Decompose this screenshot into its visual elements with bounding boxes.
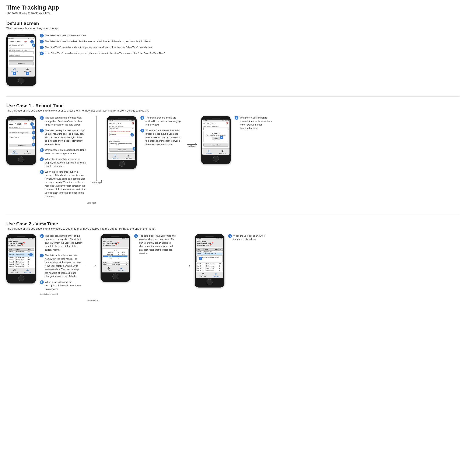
calendar-icon[interactable]: 📅	[226, 122, 228, 125]
uc1-annotations-left: 1 The user can change the date via a dat…	[40, 116, 87, 200]
home-button[interactable]	[112, 273, 118, 279]
nav-add-time[interactable]: ⏱ Add Time 3	[12, 68, 18, 76]
client-select[interactable]: ▼	[9, 128, 34, 131]
home-button[interactable]	[207, 279, 212, 285]
nav-view-time[interactable]: 👁 View Time 4	[24, 68, 31, 76]
callout-2: 2	[32, 44, 35, 47]
nav-view-time[interactable]: 👁 View Time	[118, 267, 125, 272]
callout-2: 2	[133, 147, 135, 150]
home-button[interactable]	[18, 275, 24, 281]
nav-add-time[interactable]: ⏱ Add Time	[200, 273, 206, 277]
calendar-icon[interactable]: 📅	[24, 123, 27, 125]
col-client[interactable]: Client	[16, 248, 28, 250]
nav-add-time[interactable]: ⏱ Add Time	[12, 150, 18, 155]
hours-input[interactable]	[9, 134, 34, 136]
table-row[interactable]: March 7BigCorp Inc.2.5	[8, 250, 34, 252]
record-time-button[interactable]: record time	[109, 148, 134, 152]
nav-add-time[interactable]: ⏱ Add Time	[106, 267, 112, 272]
nav-add-time[interactable]: ⏱ Add Time	[12, 269, 18, 273]
cal-jan[interactable]: January	[103, 252, 117, 254]
calendar-icon-to[interactable]: 📅	[115, 244, 117, 246]
nav-view-time[interactable]: 👁 View Time	[219, 149, 226, 154]
client-select[interactable]: ▼	[203, 127, 228, 130]
cal-mar-sel[interactable]: March	[103, 256, 117, 257]
calendar-popup[interactable]: 2015 January 8 2015 February	[102, 248, 128, 260]
table-row[interactable]: March 2Todd's Toys3	[197, 267, 223, 269]
cal-mar-day[interactable]: 7	[117, 256, 120, 257]
add-time-icon: ⏱	[208, 149, 211, 152]
home-button[interactable]	[18, 157, 24, 162]
record-time-button[interactable]: record time	[9, 61, 34, 65]
desc-input[interactable]	[9, 57, 34, 61]
table-row[interactable]: March 2BigCorp Inc.2	[8, 261, 34, 263]
cal-mar-yr[interactable]: 2015	[120, 256, 128, 257]
record-time-button[interactable]: record time	[203, 143, 228, 147]
home-button[interactable]	[213, 156, 219, 162]
cal-feb-yr[interactable]: 2014	[120, 254, 128, 256]
callout-num-2: 2	[40, 129, 44, 133]
calendar-icon-from[interactable]: 📅	[211, 242, 214, 244]
phone-speaker	[212, 118, 220, 119]
cool-button[interactable]: Cool!	[212, 137, 220, 140]
table-row[interactable]: March 7BigCorp Inc.2.5	[197, 250, 223, 252]
callout-3: 3	[29, 253, 33, 256]
label-client: who did you work for?	[9, 44, 34, 46]
nav-bar: ⏱ Add Time 👁 View Time	[196, 272, 223, 278]
cal-jan-yr[interactable]: 2015	[120, 252, 128, 254]
cal-feb[interactable]: February	[103, 254, 117, 256]
table-row[interactable]: March 4BigCorp Inc.15	[197, 263, 223, 265]
table-row[interactable]: March 1BigCorp Inc.8	[103, 263, 128, 265]
calendar-icon-from[interactable]: 📅	[23, 242, 25, 244]
desc-input[interactable]	[9, 139, 34, 143]
calendar-icon-to[interactable]: 📅	[21, 244, 23, 246]
date-range-title: Date Range	[103, 240, 128, 242]
nav-add-time[interactable]: ⏱ Add Time	[206, 149, 212, 154]
table-row[interactable]: March 6LittleCorp Inc.63	[8, 252, 34, 257]
table-row-highlight[interactable]: March 6LittleCorp Inc.6	[197, 252, 223, 255]
annotation-text-2: The default text here is the last client…	[45, 40, 460, 43]
nav-view-time[interactable]: 👁 View Time	[24, 269, 31, 273]
col-date[interactable]: Date	[8, 248, 16, 250]
home-button[interactable]	[18, 78, 24, 84]
ann-text-2: When the "record time" button is pressed…	[146, 129, 183, 146]
col-hours[interactable]: Hours ▲	[215, 248, 222, 250]
from-row: from: March 1, 2015 📅	[9, 242, 34, 244]
cal-apr: April	[103, 257, 117, 259]
col-date[interactable]: Date	[197, 248, 204, 250]
to-label: to:	[103, 244, 105, 246]
calendar-icon-from[interactable]: 📅	[117, 242, 119, 244]
uc2-ann-3: 3 When a row is tapped, the description …	[40, 280, 82, 291]
nav-view-time[interactable]: 👁 View Time	[212, 273, 219, 277]
desc-input[interactable]: Had a long specification meeting	[109, 142, 134, 147]
nav-view-time[interactable]: 👁 View Time	[125, 154, 131, 159]
uc2-pop-ann-1: 1 When the user clicks anywhere, the pop…	[228, 234, 266, 241]
phone-content: March 7, 2015 📅 who did you work for? ▼ …	[202, 122, 230, 148]
col-client[interactable]: Client	[204, 248, 215, 250]
col-hours[interactable]: Hours	[28, 248, 34, 250]
table-row[interactable]: March 2BigCorp Inc.2	[197, 265, 223, 267]
table-row[interactable]: March 2Todd's Toys3	[103, 261, 128, 263]
client-select[interactable]: BigCorp Inc. ▼	[109, 127, 134, 130]
cal-feb-day[interactable]: 6	[117, 254, 120, 256]
table-row[interactable]: March 1BigCorp Inc.8	[197, 269, 223, 271]
client-select[interactable]: ▼	[9, 46, 34, 49]
hours-input[interactable]	[9, 51, 34, 54]
uc2-annotations-popover: 1 When the user clicks anywhere, the pop…	[228, 234, 266, 243]
nav-view-time[interactable]: 👁 View Time	[24, 150, 31, 155]
table-row[interactable]: March 1BigCorp Inc.8	[8, 265, 34, 267]
uc2-ann-2: 2 The data table only shows data from wi…	[40, 254, 82, 278]
table-row[interactable]: March 4Todd's Toys15	[8, 259, 34, 261]
table-row[interactable]: March 2Todd's Toys3	[8, 263, 34, 265]
uc1-phone-success: oo ABC 06:21 PM March 7, 2015 📅 who did …	[201, 116, 231, 164]
status-left: oo ABC	[109, 120, 114, 121]
cal-jan-day[interactable]: 8	[117, 252, 120, 254]
table-row[interactable]: March 4BigCorp Inc.4	[8, 257, 34, 259]
default-phone: oo ABC 06:21 PM March 7, 2015 📅 1 who di…	[6, 34, 36, 86]
nav-add-time[interactable]: ⏱ Add Time	[112, 154, 118, 159]
calendar-icon[interactable]: 📅	[24, 41, 27, 43]
record-time-button[interactable]: record time	[9, 144, 34, 147]
home-button[interactable]	[119, 161, 125, 167]
calendar-icon-to[interactable]: 📅	[210, 244, 212, 246]
calendar-icon[interactable]: 📅	[132, 122, 134, 125]
callout-num-3: 3	[40, 148, 44, 152]
